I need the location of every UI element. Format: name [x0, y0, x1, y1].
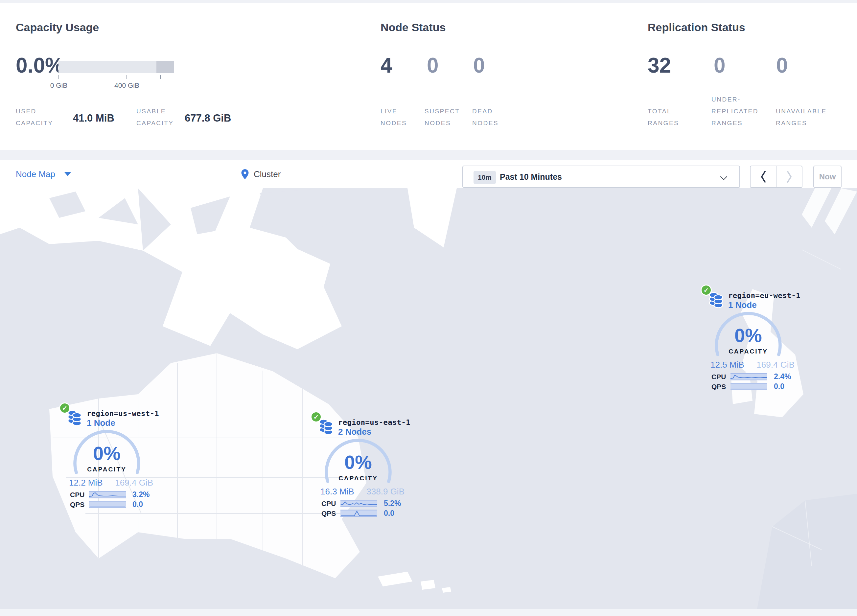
capacity-tick-label-0: 0 GiB	[39, 82, 79, 90]
qps-label: QPS	[70, 501, 84, 508]
region-card-us-west-1[interactable]: ✓ region=us-west-1 1 Node 0% CAPACITY 12…	[59, 401, 162, 511]
suspect-nodes-label: SUSPECT	[425, 108, 460, 115]
cpu-label: CPU	[70, 491, 84, 499]
time-window-label: Past 10 Minutes	[500, 166, 562, 187]
prev-time-window-button[interactable]	[750, 166, 777, 187]
region-usable-capacity: 169.4 GiB	[749, 360, 795, 369]
used-capacity-value: 41.0 MiB	[73, 112, 114, 124]
cluster-summary-panel: Capacity Usage 0.0% 0 GiB 400 GiB USED C…	[0, 3, 857, 150]
caret-down-icon	[64, 172, 71, 176]
pin-icon	[241, 169, 249, 180]
unavailable-ranges-label: RANGES	[776, 120, 807, 127]
suspect-nodes-count: 0	[427, 53, 439, 77]
qps-label: QPS	[321, 509, 336, 517]
usable-capacity-label: USABLE	[136, 108, 166, 115]
database-nodes-icon	[67, 410, 82, 426]
qps-value: 0.0	[774, 383, 784, 390]
live-nodes-count: 4	[381, 53, 392, 77]
now-button[interactable]: Now	[813, 165, 842, 188]
capacity-usage-title: Capacity Usage	[16, 21, 99, 34]
node-map: ✓ region=us-west-1 1 Node 0% CAPACITY 12…	[0, 188, 857, 616]
capacity-gauge-label: CAPACITY	[325, 475, 391, 482]
suspect-nodes-label: NODES	[425, 120, 451, 127]
capacity-tick	[160, 75, 161, 79]
total-ranges-label: TOTAL	[648, 108, 671, 115]
under-replicated-label: RANGES	[712, 120, 743, 127]
view-selector-dropdown[interactable]: Node Map	[16, 160, 71, 188]
qps-value: 0.0	[384, 509, 394, 517]
unavailable-ranges-count: 0	[776, 53, 788, 77]
chevron-left-icon	[760, 169, 767, 185]
used-capacity-label: USED	[16, 108, 37, 115]
time-window-pager	[750, 165, 803, 188]
capacity-tick	[127, 75, 127, 79]
region-usable-capacity: 338.9 GiB	[359, 487, 405, 496]
cpu-value: 2.4%	[774, 373, 791, 380]
breadcrumb-label: Cluster	[254, 169, 281, 179]
cpu-label: CPU	[321, 500, 336, 507]
capacity-tick-label-400: 400 GiB	[107, 82, 147, 90]
region-name: region=eu-west-1	[728, 291, 800, 300]
unavailable-ranges-label: UNAVAILABLE	[776, 108, 827, 115]
chevron-right-icon	[785, 169, 793, 185]
map-toolbar: Node Map Cluster 10m Past 10 Minutes	[0, 160, 857, 189]
live-nodes-label: NODES	[381, 120, 407, 127]
region-used-capacity: 16.3 MiB	[320, 487, 354, 496]
database-nodes-icon	[319, 419, 333, 435]
capacity-tick	[93, 75, 93, 79]
qps-sparkline	[730, 383, 767, 390]
dead-nodes-label: NODES	[472, 120, 498, 127]
time-window-badge: 10m	[473, 171, 496, 184]
cluster-overview-page: Capacity Usage 0.0% 0 GiB 400 GiB USED C…	[0, 0, 857, 616]
dead-nodes-label: DEAD	[472, 108, 493, 115]
capacity-tick	[59, 75, 59, 79]
usable-capacity-label: CAPACITY	[136, 120, 174, 127]
next-time-window-button[interactable]	[777, 166, 802, 187]
node-status-title: Node Status	[381, 21, 446, 34]
breadcrumb[interactable]: Cluster	[241, 160, 281, 188]
qps-label: QPS	[712, 383, 726, 390]
live-nodes-label: LIVE	[381, 108, 397, 115]
capacity-gauge-label: CAPACITY	[74, 466, 140, 473]
replication-status-title: Replication Status	[648, 21, 745, 34]
total-ranges-count: 32	[648, 53, 671, 77]
cpu-sparkline	[89, 491, 126, 499]
capacity-percent: 0%	[715, 324, 781, 346]
region-node-count: 2 Nodes	[338, 427, 371, 436]
chevron-down-icon	[720, 173, 727, 180]
dead-nodes-count: 0	[473, 53, 485, 77]
cpu-sparkline	[730, 373, 767, 380]
capacity-bar-segment	[156, 61, 174, 73]
region-card-us-east-1[interactable]: ✓ region=us-east-1 2 Nodes 0% CAPACITY 1…	[311, 410, 413, 519]
region-card-eu-west-1[interactable]: ✓ region=eu-west-1 1 Node 0% CAPACITY 12…	[701, 284, 803, 392]
under-replicated-label: REPLICATED	[712, 108, 758, 115]
region-name: region=us-east-1	[338, 418, 410, 427]
region-used-capacity: 12.5 MiB	[710, 360, 744, 369]
cpu-label: CPU	[712, 373, 726, 380]
usable-capacity-value: 677.8 GiB	[185, 112, 231, 124]
cpu-value: 3.2%	[132, 491, 150, 499]
region-usable-capacity: 169.4 GiB	[107, 478, 153, 487]
qps-sparkline	[340, 509, 377, 517]
qps-value: 0.0	[132, 501, 143, 508]
time-window-selector[interactable]: 10m Past 10 Minutes	[463, 165, 740, 188]
region-node-count: 1 Node	[87, 418, 115, 428]
under-replicated-label: UNDER-	[712, 96, 741, 103]
cpu-sparkline	[340, 500, 377, 507]
under-replicated-ranges-count: 0	[714, 53, 726, 77]
capacity-percent: 0%	[325, 451, 391, 473]
capacity-bar	[59, 61, 174, 73]
used-capacity-label: CAPACITY	[16, 120, 53, 127]
qps-sparkline	[89, 501, 126, 508]
capacity-percent: 0%	[74, 442, 140, 464]
region-node-count: 1 Node	[728, 300, 757, 309]
capacity-gauge-label: CAPACITY	[715, 348, 781, 355]
region-name: region=us-west-1	[87, 409, 159, 418]
capacity-usage-percent: 0.0%	[16, 53, 64, 77]
database-nodes-icon	[709, 292, 723, 309]
region-used-capacity: 12.2 MiB	[69, 478, 103, 487]
cpu-value: 5.2%	[384, 500, 401, 507]
total-ranges-label: RANGES	[648, 120, 679, 127]
view-selector-label: Node Map	[16, 169, 55, 179]
